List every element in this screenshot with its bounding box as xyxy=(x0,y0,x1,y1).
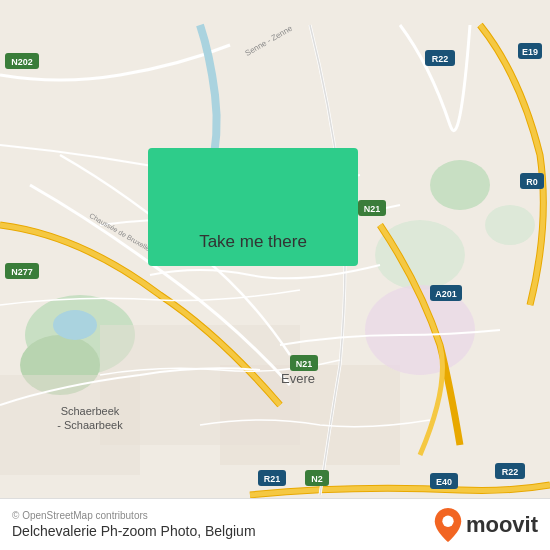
svg-point-40 xyxy=(442,515,453,526)
svg-text:R22: R22 xyxy=(432,54,449,64)
copyright-text: © OpenStreetMap contributors xyxy=(12,510,256,521)
moovit-text: moovit xyxy=(466,512,538,538)
svg-text:A201: A201 xyxy=(435,289,457,299)
svg-text:N202: N202 xyxy=(11,57,33,67)
svg-text:E40: E40 xyxy=(436,477,452,487)
svg-text:R22: R22 xyxy=(502,467,519,477)
moovit-pin-icon xyxy=(434,508,462,542)
svg-point-6 xyxy=(485,205,535,245)
svg-point-4 xyxy=(375,220,465,290)
moovit-logo: moovit xyxy=(434,508,538,542)
bottom-bar: © OpenStreetMap contributors Delchevaler… xyxy=(0,498,550,550)
svg-point-5 xyxy=(430,160,490,210)
svg-text:R0: R0 xyxy=(526,177,538,187)
svg-text:Evere: Evere xyxy=(281,371,315,386)
take-me-there-label: Take me there xyxy=(199,232,307,252)
svg-text:Schaerbeek: Schaerbeek xyxy=(61,405,120,417)
svg-text:R21: R21 xyxy=(264,474,281,484)
location-label: Delchevalerie Ph-zoom Photo, Belgium xyxy=(12,523,256,539)
svg-text:N277: N277 xyxy=(11,267,33,277)
svg-text:N21: N21 xyxy=(296,359,313,369)
svg-text:N2: N2 xyxy=(311,474,323,484)
svg-text:E19: E19 xyxy=(522,47,538,57)
take-me-there-button[interactable]: Take me there xyxy=(148,148,358,266)
svg-text:- Schaarbeek: - Schaarbeek xyxy=(57,419,123,431)
svg-point-3 xyxy=(53,310,97,340)
bottom-info: © OpenStreetMap contributors Delchevaler… xyxy=(12,510,256,539)
map-container: N202 N277 N21 N21 R22 R22 R0 E19 A201 E4… xyxy=(0,0,550,550)
svg-text:N21: N21 xyxy=(364,204,381,214)
